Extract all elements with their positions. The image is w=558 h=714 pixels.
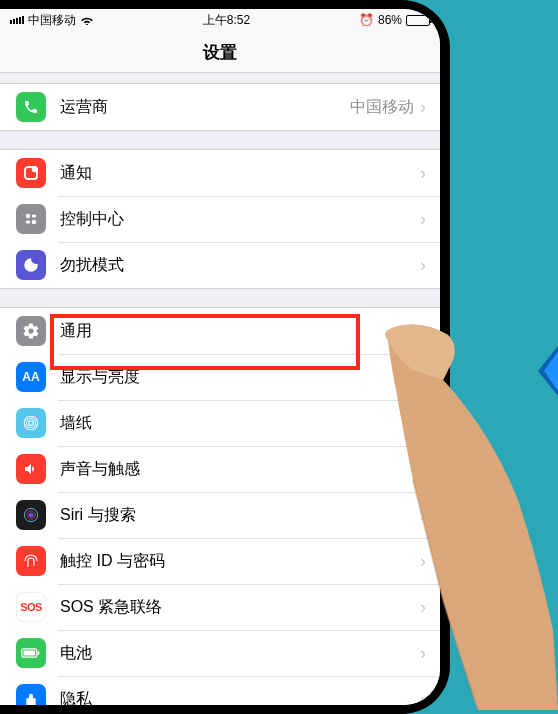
row-label: 电池 (60, 643, 420, 664)
wallpaper-icon (16, 408, 46, 438)
row-notifications[interactable]: 通知 › (0, 150, 440, 196)
phone-icon (16, 92, 46, 122)
status-time: 上午8:52 (203, 12, 250, 29)
svg-rect-4 (26, 221, 31, 224)
svg-point-6 (29, 421, 34, 426)
row-sounds[interactable]: 声音与触感 › (0, 446, 440, 492)
chevron-right-icon: › (420, 690, 426, 705)
phone-frame: 中国移动 上午8:52 ⏰ 86% 设置 运营商 中国移动 › (0, 0, 450, 714)
chevron-right-icon: › (420, 552, 426, 570)
row-general[interactable]: 通用 › (0, 308, 440, 354)
status-carrier: 中国移动 (28, 12, 76, 29)
settings-group-notifications: 通知 › 控制中心 › 勿扰模式 › (0, 149, 440, 289)
battery-icon (406, 15, 430, 26)
svg-point-7 (27, 419, 36, 428)
chevron-right-icon: › (420, 598, 426, 616)
row-display[interactable]: AA 显示与亮度 › (0, 354, 440, 400)
row-label: 声音与触感 (60, 459, 420, 480)
row-label: 控制中心 (60, 209, 420, 230)
row-control-center[interactable]: 控制中心 › (0, 196, 440, 242)
chevron-right-icon: › (420, 164, 426, 182)
row-battery[interactable]: 电池 › (0, 630, 440, 676)
row-siri[interactable]: Siri 与搜索 › (0, 492, 440, 538)
chevron-right-icon: › (420, 322, 426, 340)
touchid-icon (16, 546, 46, 576)
siri-icon (16, 500, 46, 530)
chevron-right-icon: › (420, 368, 426, 386)
row-label: 触控 ID 与密码 (60, 551, 420, 572)
settings-list[interactable]: 运营商 中国移动 › 通知 › 控制中心 (0, 73, 440, 705)
svg-point-1 (32, 166, 38, 172)
svg-rect-13 (24, 651, 36, 656)
screen: 中国移动 上午8:52 ⏰ 86% 设置 运营商 中国移动 › (0, 9, 440, 705)
chevron-right-icon: › (420, 256, 426, 274)
chevron-right-icon: › (420, 460, 426, 478)
row-label: 通用 (60, 321, 420, 342)
display-icon: AA (16, 362, 46, 392)
row-sos[interactable]: SOS SOS 紧急联络 › (0, 584, 440, 630)
row-label: 勿扰模式 (60, 255, 420, 276)
svg-rect-5 (32, 215, 37, 218)
decorative-accent (508, 346, 558, 396)
chevron-right-icon: › (420, 644, 426, 662)
row-do-not-disturb[interactable]: 勿扰模式 › (0, 242, 440, 288)
sounds-icon (16, 454, 46, 484)
privacy-icon (16, 684, 46, 705)
svg-rect-14 (38, 651, 40, 654)
wifi-icon (80, 15, 94, 25)
row-wallpaper[interactable]: 墙纸 › (0, 400, 440, 446)
battery-pct: 86% (378, 13, 402, 27)
settings-group-carrier: 运营商 中国移动 › (0, 83, 440, 131)
row-privacy[interactable]: 隐私 › (0, 676, 440, 705)
row-label: 运营商 (60, 97, 350, 118)
svg-point-3 (32, 220, 37, 225)
status-right: ⏰ 86% (359, 13, 430, 27)
row-label: Siri 与搜索 (60, 505, 420, 526)
settings-group-general: 通用 › AA 显示与亮度 › 墙纸 › (0, 307, 440, 705)
row-label: SOS 紧急联络 (60, 597, 420, 618)
row-label: 通知 (60, 163, 420, 184)
row-label: 显示与亮度 (60, 367, 420, 388)
row-carrier[interactable]: 运营商 中国移动 › (0, 84, 440, 130)
svg-point-2 (26, 214, 31, 219)
chevron-right-icon: › (420, 210, 426, 228)
row-label: 隐私 (60, 689, 420, 706)
general-icon (16, 316, 46, 346)
status-bar: 中国移动 上午8:52 ⏰ 86% (0, 9, 440, 31)
chevron-right-icon: › (420, 506, 426, 524)
notifications-icon (16, 158, 46, 188)
battery-icon (16, 638, 46, 668)
row-label: 墙纸 (60, 413, 420, 434)
alarm-icon: ⏰ (359, 13, 374, 27)
sos-icon: SOS (16, 592, 46, 622)
svg-point-11 (29, 513, 34, 518)
signal-icon (10, 16, 24, 24)
row-value: 中国移动 (350, 97, 414, 118)
do-not-disturb-icon (16, 250, 46, 280)
chevron-right-icon: › (420, 98, 426, 116)
status-left: 中国移动 (10, 12, 94, 29)
page-title: 设置 (0, 31, 440, 73)
row-touchid[interactable]: 触控 ID 与密码 › (0, 538, 440, 584)
control-center-icon (16, 204, 46, 234)
chevron-right-icon: › (420, 414, 426, 432)
